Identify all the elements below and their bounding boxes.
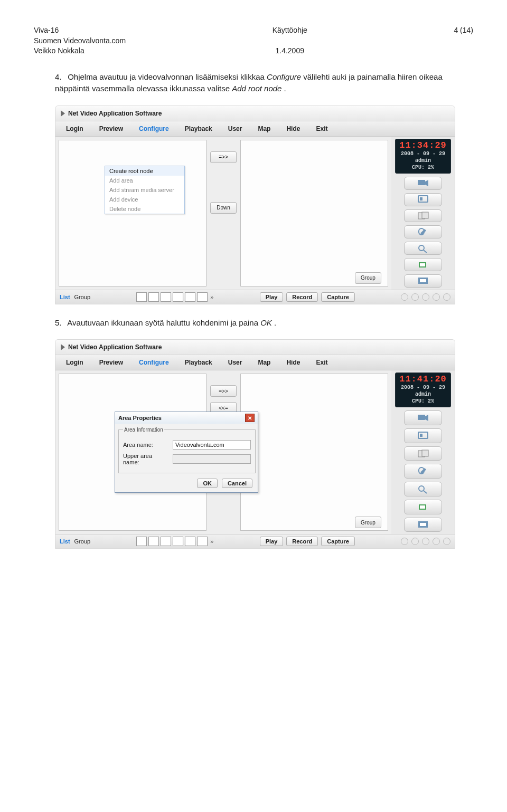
tab-map[interactable]: Map xyxy=(250,123,278,135)
tab-group[interactable]: Group xyxy=(74,538,91,544)
layout-icon[interactable] xyxy=(148,292,159,302)
chevron-right-icon[interactable]: » xyxy=(210,538,213,544)
layout-icon[interactable] xyxy=(185,292,195,302)
side-button-5[interactable] xyxy=(404,242,442,255)
tab-login[interactable]: Login xyxy=(59,357,91,368)
layout-icon[interactable] xyxy=(173,292,183,302)
menu-add-stream[interactable]: Add stream media server xyxy=(105,185,184,195)
svg-rect-11 xyxy=(418,432,428,438)
group-button[interactable]: Group xyxy=(355,517,381,528)
tab-exit[interactable]: Exit xyxy=(308,357,335,368)
ptz-dot[interactable] xyxy=(433,293,440,301)
lcd-time: 11:34:29 xyxy=(396,140,450,150)
tree-panel[interactable]: Create root node Add area Add stream med… xyxy=(59,140,206,286)
footer-bar: List Group » Play Record Capture xyxy=(55,534,455,548)
tab-configure[interactable]: Configure xyxy=(132,357,176,368)
ptz-dot[interactable] xyxy=(443,293,450,301)
side-button-4[interactable] xyxy=(404,225,442,238)
company: Suomen Videovalvonta.com xyxy=(34,36,126,46)
tab-hide[interactable]: Hide xyxy=(279,123,307,135)
tab-user[interactable]: User xyxy=(221,123,250,135)
tab-login[interactable]: Login xyxy=(59,123,91,135)
move-down-button[interactable]: Down xyxy=(210,202,237,214)
layout-icon[interactable] xyxy=(136,292,147,302)
ptz-dot[interactable] xyxy=(411,538,419,545)
tab-map[interactable]: Map xyxy=(250,357,278,368)
lcd-date: 2008 - 09 - 29 xyxy=(396,384,450,391)
ptz-dot[interactable] xyxy=(411,293,419,301)
group-panel[interactable]: Group xyxy=(240,374,388,531)
layout-icon[interactable] xyxy=(197,537,208,546)
ptz-dot[interactable] xyxy=(433,538,440,545)
side-button-1[interactable] xyxy=(404,177,442,190)
play-button[interactable]: Play xyxy=(260,292,284,302)
page-number: 4 (14) xyxy=(454,25,473,36)
tab-configure[interactable]: Configure xyxy=(132,123,176,135)
menu-delete-node[interactable]: Delete node xyxy=(105,204,184,214)
app-titlebar: Net Video Application Software xyxy=(55,340,455,355)
play-icon xyxy=(61,110,65,117)
cancel-button[interactable]: Cancel xyxy=(222,479,252,488)
svg-rect-17 xyxy=(420,505,425,509)
ptz-dot[interactable] xyxy=(422,293,429,301)
side-button-7[interactable] xyxy=(404,274,442,288)
ptz-dot[interactable] xyxy=(443,538,450,545)
group-panel[interactable]: Group xyxy=(240,140,388,286)
layout-icon[interactable] xyxy=(185,537,195,546)
side-button-4[interactable] xyxy=(404,464,442,479)
menu-add-device[interactable]: Add device xyxy=(105,195,184,204)
tab-user[interactable]: User xyxy=(221,357,250,368)
svg-rect-4 xyxy=(422,212,428,218)
chevron-right-icon[interactable]: » xyxy=(210,294,213,300)
group-button[interactable]: Group xyxy=(355,272,381,284)
tab-list[interactable]: List xyxy=(60,538,70,544)
side-button-1[interactable] xyxy=(404,410,442,425)
capture-button[interactable]: Capture xyxy=(321,537,355,546)
step-number: 4. xyxy=(55,71,65,83)
screenshot-2: Net Video Application Software Login Pre… xyxy=(55,339,455,549)
menu-create-root[interactable]: Create root node xyxy=(105,166,184,176)
side-button-3[interactable] xyxy=(404,446,442,461)
tab-playback[interactable]: Playback xyxy=(177,357,220,368)
input-area-name[interactable] xyxy=(173,440,251,450)
capture-button[interactable]: Capture xyxy=(321,292,355,302)
tab-preview[interactable]: Preview xyxy=(92,123,130,135)
layout-icon[interactable] xyxy=(148,537,159,546)
tab-exit[interactable]: Exit xyxy=(308,123,335,135)
menu-add-area[interactable]: Add area xyxy=(105,176,184,185)
tab-list[interactable]: List xyxy=(60,294,70,300)
ptz-dot[interactable] xyxy=(422,538,429,545)
close-icon[interactable]: ✕ xyxy=(245,414,255,422)
screenshot-1: Net Video Application Software Login Pre… xyxy=(55,106,455,304)
layout-icon[interactable] xyxy=(161,292,171,302)
record-button[interactable]: Record xyxy=(286,292,318,302)
layout-icon[interactable] xyxy=(173,537,183,546)
tab-preview[interactable]: Preview xyxy=(92,357,130,368)
side-button-6[interactable] xyxy=(404,500,442,514)
doc-type: Käyttöohje xyxy=(273,25,307,36)
lcd-cpu: CPU: 2% xyxy=(396,164,450,171)
tab-hide[interactable]: Hide xyxy=(279,357,307,368)
layout-icon[interactable] xyxy=(136,537,147,546)
side-button-3[interactable] xyxy=(404,209,442,223)
side-button-2[interactable] xyxy=(404,193,442,206)
move-right-button[interactable]: =>> xyxy=(210,151,237,163)
layout-icon[interactable] xyxy=(197,292,208,302)
tab-group[interactable]: Group xyxy=(74,294,91,300)
lcd-user: admin xyxy=(396,157,450,164)
tab-playback[interactable]: Playback xyxy=(177,123,220,135)
context-menu: Create root node Add area Add stream med… xyxy=(105,166,185,214)
svg-rect-2 xyxy=(420,197,422,200)
ok-button[interactable]: OK xyxy=(197,479,218,488)
side-button-2[interactable] xyxy=(404,428,442,443)
record-button[interactable]: Record xyxy=(286,537,318,546)
ptz-dot[interactable] xyxy=(401,538,408,545)
ptz-dot[interactable] xyxy=(401,293,408,301)
side-button-5[interactable] xyxy=(404,482,442,496)
move-right-button[interactable]: =>> xyxy=(210,385,237,397)
footer-bar: List Group » Play Record Capture xyxy=(55,290,455,304)
play-button[interactable]: Play xyxy=(260,537,284,546)
side-button-6[interactable] xyxy=(404,258,442,271)
layout-icon[interactable] xyxy=(161,537,171,546)
side-button-7[interactable] xyxy=(404,518,442,532)
